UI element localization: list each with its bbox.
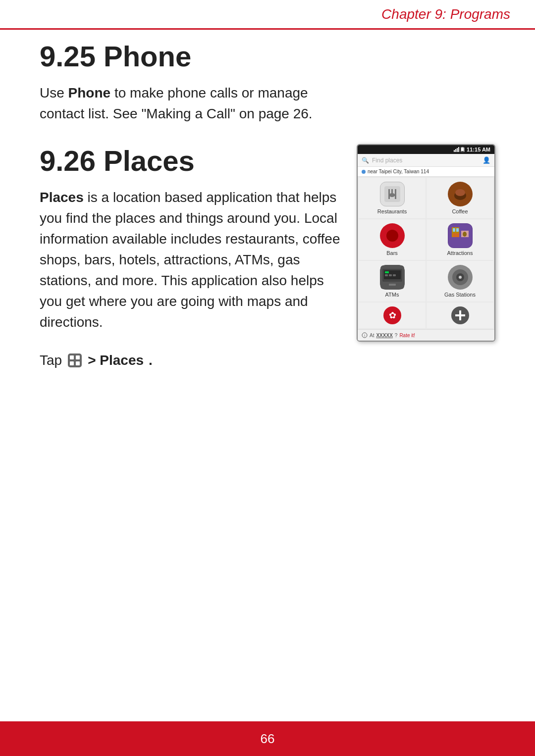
footer: 66 — [0, 721, 535, 756]
svg-rect-35 — [389, 284, 396, 286]
search-placeholder: Find places — [372, 157, 480, 164]
section-926: 9.26 Places Places is a location based a… — [40, 144, 495, 368]
svg-rect-11 — [461, 148, 464, 151]
bottom-question: ? — [395, 333, 398, 338]
more-row: ✿ — [358, 302, 494, 329]
svg-rect-3 — [70, 361, 74, 365]
svg-rect-16 — [395, 189, 396, 199]
search-bar[interactable]: 🔍 Find places 👤 — [358, 154, 494, 167]
status-icons — [454, 147, 465, 152]
svg-rect-34 — [393, 274, 396, 276]
status-bar: 11:15 AM — [358, 145, 494, 154]
more-item-add[interactable] — [427, 302, 493, 328]
place-item-atms[interactable]: ATMs — [359, 261, 426, 302]
attractions-label: Attractions — [447, 250, 473, 256]
coffee-label: Coffee — [452, 208, 468, 214]
svg-rect-6 — [455, 149, 456, 152]
svg-rect-25 — [456, 228, 459, 232]
section-926-body: Places is a location based application t… — [40, 187, 347, 333]
rate-it-link[interactable]: Rate it! — [399, 333, 415, 338]
atms-icon — [380, 265, 405, 290]
page-number: 66 — [261, 731, 275, 747]
bars-icon — [380, 223, 405, 248]
svg-point-21 — [386, 230, 398, 242]
header: Chapter 9: Programs — [0, 0, 535, 30]
coffee-icon — [448, 182, 473, 206]
svg-point-15 — [389, 193, 395, 197]
svg-rect-4 — [76, 361, 80, 365]
more-item-extra[interactable]: ✿ — [359, 302, 426, 328]
svg-rect-8 — [458, 147, 459, 152]
gas-stations-label: Gas Stations — [444, 292, 476, 298]
info-icon: i — [362, 332, 368, 338]
section-925-title: 9.25 Phone — [40, 40, 495, 73]
extra-icon: ✿ — [382, 305, 402, 325]
status-time: 11:15 AM — [467, 147, 490, 152]
tap-places-bold: > Places — [88, 353, 144, 368]
place-item-attractions[interactable]: Attractions — [427, 219, 493, 260]
location-bar: near Taipei City, Taiwan 114 — [358, 167, 494, 177]
section-926-text-block: Places is a location based application t… — [40, 187, 347, 368]
svg-rect-10 — [462, 147, 463, 148]
tap-label: Tap — [40, 353, 62, 368]
location-text: near Taipei City, Taiwan 114 — [368, 169, 429, 174]
search-icon: 🔍 — [362, 157, 369, 164]
place-item-restaurants[interactable]: Restaurants — [359, 178, 426, 218]
bottom-xxxxx: XXXXX — [376, 333, 392, 338]
place-item-bars[interactable]: Bars — [359, 219, 426, 260]
location-dot-icon — [362, 170, 366, 174]
place-item-gas-stations[interactable]: Gas Stations — [427, 261, 493, 302]
svg-rect-2 — [76, 355, 80, 359]
svg-rect-33 — [389, 274, 392, 276]
svg-rect-26 — [453, 233, 459, 237]
svg-point-19 — [455, 189, 465, 196]
contact-icon: 👤 — [482, 156, 490, 164]
places-grid: Restaurants Coffee — [358, 177, 494, 302]
svg-point-27 — [463, 232, 467, 237]
main-content: 9.25 Phone Use Phone to make phone calls… — [40, 40, 495, 368]
svg-rect-1 — [70, 355, 74, 359]
svg-text:i: i — [364, 334, 365, 337]
gas-stations-icon — [448, 265, 473, 290]
phone-screenshot: 11:15 AM 🔍 Find places 👤 near Taipei Cit… — [357, 144, 495, 342]
svg-rect-7 — [457, 148, 458, 152]
atms-label: ATMs — [385, 292, 399, 298]
svg-rect-0 — [68, 353, 82, 367]
chapter-title: Chapter 9: Programs — [381, 6, 510, 22]
attractions-icon — [448, 223, 473, 248]
section-925-body: Use Phone to make phone calls or manage … — [40, 83, 347, 124]
svg-rect-32 — [385, 274, 388, 276]
restaurants-label: Restaurants — [377, 208, 407, 214]
bottom-bar: i At XXXXX ? Rate it! — [358, 329, 494, 341]
svg-rect-44 — [455, 314, 465, 316]
bottom-at-text: At — [370, 333, 374, 338]
svg-rect-24 — [453, 228, 455, 232]
svg-point-39 — [459, 276, 462, 279]
restaurants-icon — [380, 182, 405, 206]
svg-text:✿: ✿ — [388, 310, 396, 320]
add-icon — [450, 305, 470, 325]
svg-rect-31 — [385, 271, 389, 273]
bars-label: Bars — [386, 250, 398, 256]
tap-places-period: . — [149, 353, 153, 368]
tap-instruction: Tap > Places . — [40, 353, 347, 368]
app-icon — [67, 353, 83, 368]
place-item-coffee[interactable]: Coffee — [427, 178, 493, 218]
svg-rect-5 — [454, 150, 455, 152]
signal-icon — [454, 147, 460, 152]
battery-icon — [461, 147, 465, 152]
